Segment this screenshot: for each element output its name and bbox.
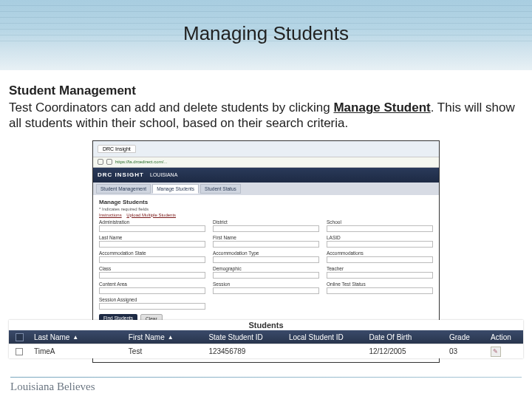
panel-links: Instructions Upload Multiple Students [99,213,433,217]
para-text-1: Test Coordinators can add and delete stu… [9,100,333,115]
col-dob[interactable]: Date Of Birth [369,333,412,341]
col-action: Action [491,333,511,341]
app-brandbar: DRC INSIGHT LOUISIANA [93,168,439,183]
col-local-id[interactable]: Local Student ID [289,333,344,341]
label-demographic: Demographic [213,266,319,271]
sort-icon[interactable]: ▲ [72,334,78,341]
slide-body: Student Management Test Coordinators can… [0,70,532,363]
input-school[interactable] [327,225,433,232]
forward-icon[interactable] [106,159,112,165]
nav-tabs: Student Management Manage Students Stude… [93,183,439,195]
label-class: Class [99,266,205,271]
instructions-link[interactable]: Instructions [99,213,122,217]
input-session[interactable] [213,287,319,294]
table-row: TimeA Test 123456789 12/12/2005 03 ✎ [9,344,523,358]
sort-icon[interactable]: ▲ [168,334,174,341]
label-session-assigned: Session Assigned [99,297,205,302]
col-state-id[interactable]: State Student ID [208,333,262,341]
tab-manage-students[interactable]: Manage Students [152,184,199,194]
footer-brand: Louisiana Believes [10,381,522,393]
label-accom-state: Accommodation State [99,250,205,256]
brand-left: DRC INSIGHT [98,171,144,178]
edit-action-button[interactable]: ✎ [491,347,501,357]
footer-rule [10,377,522,378]
label-teacher: Teacher [327,266,433,271]
slide-footer: Louisiana Believes [0,377,532,393]
browser-tabstrip: DRC Insight [93,141,439,157]
input-administration[interactable] [99,225,205,232]
label-school: School [327,219,433,225]
input-demographic[interactable] [213,272,319,279]
description-paragraph: Test Coordinators can add and delete stu… [9,100,523,132]
cell-first-name: Test [124,347,205,355]
label-session: Session [213,282,319,287]
col-grade[interactable]: Grade [449,333,470,341]
slide-title: Managing Students [0,22,532,45]
header-band: Managing Students [0,0,532,70]
url-text: https://la.drcedirect.com/... [115,160,434,164]
input-accom-state[interactable] [99,256,205,263]
label-lasid: LASID [327,235,433,240]
col-last-name[interactable]: Last Name [34,333,69,341]
label-last-name: Last Name [99,235,205,240]
input-online-status[interactable] [327,287,433,294]
students-table-zoom: Students Last Name▲ First Name▲ State St… [9,320,523,358]
label-first-name: First Name [213,235,319,240]
input-accom[interactable] [327,256,433,263]
input-session-assigned[interactable] [99,303,205,310]
cell-dob: 12/12/2005 [364,347,445,355]
panel-required-note: * Indicates required fields [99,207,433,211]
input-teacher[interactable] [327,272,433,279]
input-class[interactable] [99,272,205,279]
label-district: District [213,219,319,225]
label-accom: Accommodations [327,250,433,256]
cell-last-name: TimeA [30,347,124,355]
cell-state-id: 123456789 [204,347,284,355]
cell-grade: 03 [445,347,486,355]
label-content-area: Content Area [99,282,205,287]
label-accom-type: Accommodation Type [213,250,319,256]
tab-student-management[interactable]: Student Management [96,184,151,194]
input-last-name[interactable] [99,241,205,248]
select-all-checkbox[interactable] [16,333,24,341]
browser-tab[interactable]: DRC Insight [98,145,136,153]
brand-right: LOUISIANA [150,172,177,177]
row-checkbox[interactable] [16,348,23,355]
input-lasid[interactable] [327,241,433,248]
label-online-status: Online Test Status [327,282,433,287]
section-heading: Student Management [9,83,523,98]
input-district[interactable] [213,225,319,232]
input-first-name[interactable] [213,241,319,248]
manage-student-link-text: Manage Student [333,100,430,115]
tab-student-status[interactable]: Student Status [200,184,241,194]
input-content-area[interactable] [99,287,205,294]
search-form: Administration District School Last Name… [99,219,433,310]
students-table-header: Last Name▲ First Name▲ State Student ID … [9,330,523,344]
browser-urlbar: https://la.drcedirect.com/... [93,157,439,168]
input-accom-type[interactable] [213,256,319,263]
back-icon[interactable] [98,159,103,165]
label-administration: Administration [99,219,205,225]
col-first-name[interactable]: First Name [129,333,165,341]
panel-title: Manage Students [99,199,433,205]
students-table-title: Students [9,320,523,330]
upload-multiple-link[interactable]: Upload Multiple Students [126,213,176,217]
